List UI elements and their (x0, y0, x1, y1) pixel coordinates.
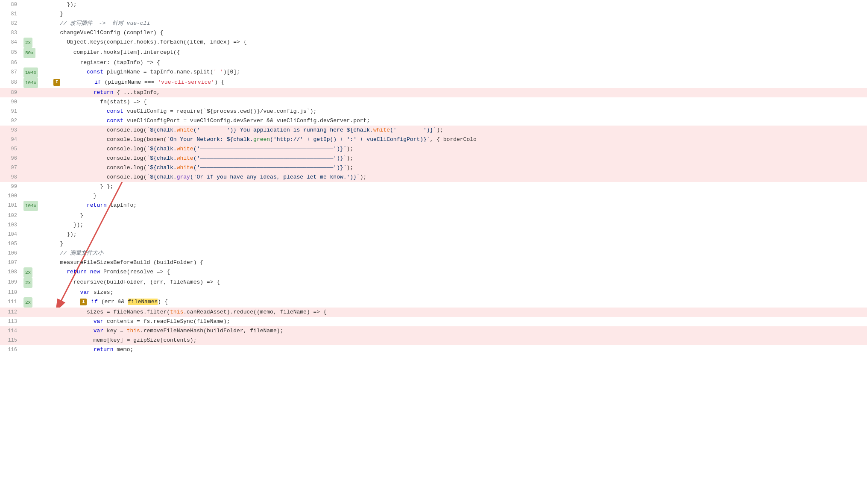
code-line: 86 register: (tapInfo) => { (0, 58, 867, 67)
warn-icon: I (53, 79, 60, 86)
line-number: 91 (0, 107, 21, 116)
code-content: var contents = fs.readFileSync(fileName)… (45, 317, 867, 326)
coverage-badge (21, 126, 45, 135)
line-number: 105 (0, 239, 21, 249)
line-number: 80 (0, 0, 21, 9)
code-content: console.log(boxen(`On Your Network: ${ch… (45, 135, 867, 144)
code-line: 104 }); (0, 230, 867, 239)
code-line: 80 }); (0, 0, 867, 9)
code-content: var key = this.removeFileNameHash(buildF… (45, 326, 867, 336)
coverage-badge (21, 258, 45, 267)
coverage-badge (21, 220, 45, 230)
code-content: fn(stats) => { (45, 97, 867, 107)
line-number: 95 (0, 144, 21, 154)
line-number: 114 (0, 326, 21, 336)
code-line: 81 } (0, 9, 867, 19)
line-number: 108 (0, 267, 21, 278)
coverage-badge (21, 345, 45, 355)
code-content: Object.keys(compiler.hooks).forEach((ite… (45, 38, 867, 48)
code-line: 1082x return new Promise(resolve => { (0, 267, 867, 278)
code-content: const pluginName = tapInfo.name.split(' … (45, 67, 867, 78)
coverage-badge (21, 326, 45, 336)
line-number: 81 (0, 9, 21, 19)
line-number: 110 (0, 288, 21, 297)
code-content: return memo; (45, 345, 867, 355)
coverage-badge (21, 97, 45, 107)
line-number: 87 (0, 67, 21, 78)
code-content: changeVueCliConfig (compiler) { (45, 28, 867, 38)
coverage-badge (21, 239, 45, 249)
code-line: 88104xI if (pluginName === 'vue-cli-serv… (0, 78, 867, 88)
code-line: 98 console.log(`${chalk.gray('Or if you … (0, 173, 867, 182)
code-line: 103 }); (0, 220, 867, 230)
code-line: 102 } (0, 211, 867, 220)
code-line: 89 return { ...tapInfo, (0, 88, 867, 97)
code-line: 90 fn(stats) => { (0, 97, 867, 107)
code-content: register: (tapInfo) => { (45, 58, 867, 67)
code-line: 1112x I if (err && fileNames) { (0, 297, 867, 308)
code-content: } (45, 191, 867, 201)
code-content: console.log(`${chalk.white('————————————… (45, 163, 867, 173)
code-line: 100 } (0, 191, 867, 201)
coverage-badge (21, 191, 45, 201)
code-line: 82 // 改写插件 -> 针对 vue-cli (0, 19, 867, 28)
code-line: 8550x compiler.hooks[item].intercept({ (0, 48, 867, 58)
line-number: 97 (0, 163, 21, 173)
coverage-badge (21, 308, 45, 317)
coverage-badge (21, 116, 45, 126)
line-number: 104 (0, 230, 21, 239)
coverage-badge (21, 28, 45, 38)
code-line: 106 // 测量文件大小 (0, 249, 867, 258)
line-number: 107 (0, 258, 21, 267)
coverage-badge (21, 163, 45, 173)
code-content: console.log(`${chalk.white('————————————… (45, 154, 867, 163)
coverage-badge (21, 317, 45, 326)
coverage-badge (21, 58, 45, 67)
coverage-badge (21, 336, 45, 345)
coverage-badge (21, 9, 45, 19)
coverage-badge (21, 288, 45, 297)
code-content: const vueCliConfigPort = vueCliConfig.de… (45, 116, 867, 126)
code-content: compiler.hooks[item].intercept({ (45, 48, 867, 58)
coverage-badge (21, 0, 45, 9)
line-number: 106 (0, 249, 21, 258)
line-number: 86 (0, 58, 21, 67)
coverage-badge (21, 249, 45, 258)
coverage-badge: 50x (21, 48, 45, 58)
line-number: 100 (0, 191, 21, 201)
line-number: 99 (0, 182, 21, 191)
coverage-badge (21, 182, 45, 191)
code-line: 99 } }; (0, 182, 867, 191)
line-number: 83 (0, 28, 21, 38)
code-line: 97 console.log(`${chalk.white('—————————… (0, 163, 867, 173)
code-content: } (45, 9, 867, 19)
code-content: measureFileSizesBeforeBuild (buildFolder… (45, 258, 867, 267)
line-number: 84 (0, 38, 21, 48)
coverage-badge (21, 107, 45, 116)
line-number: 113 (0, 317, 21, 326)
line-number: 89 (0, 88, 21, 97)
code-content: console.log(`${chalk.white('————————')} … (45, 126, 867, 135)
line-number: 115 (0, 336, 21, 345)
code-line: 842x Object.keys(compiler.hooks).forEach… (0, 38, 867, 48)
line-number: 111 (0, 297, 21, 308)
coverage-badge: 2x (21, 38, 45, 48)
coverage-badge (21, 230, 45, 239)
code-line: 87104x const pluginName = tapInfo.name.s… (0, 67, 867, 78)
code-line: 113 var contents = fs.readFileSync(fileN… (0, 317, 867, 326)
code-content: }); (45, 230, 867, 239)
code-line: 114 var key = this.removeFileNameHash(bu… (0, 326, 867, 336)
line-number: 92 (0, 116, 21, 126)
code-line: 94 console.log(boxen(`On Your Network: $… (0, 135, 867, 144)
code-line: 83 changeVueCliConfig (compiler) { (0, 28, 867, 38)
code-line: 116 return memo; (0, 345, 867, 355)
code-line: 115 memo[key] = gzipSize(contents); (0, 336, 867, 345)
code-content: }); (45, 220, 867, 230)
code-content: return { ...tapInfo, (45, 88, 867, 97)
line-number: 94 (0, 135, 21, 144)
coverage-badge (21, 211, 45, 220)
code-content: memo[key] = gzipSize(contents); (45, 336, 867, 345)
line-number: 93 (0, 126, 21, 135)
line-number: 88 (0, 78, 21, 88)
code-line: 91 const vueCliConfig = require(`${proce… (0, 107, 867, 116)
